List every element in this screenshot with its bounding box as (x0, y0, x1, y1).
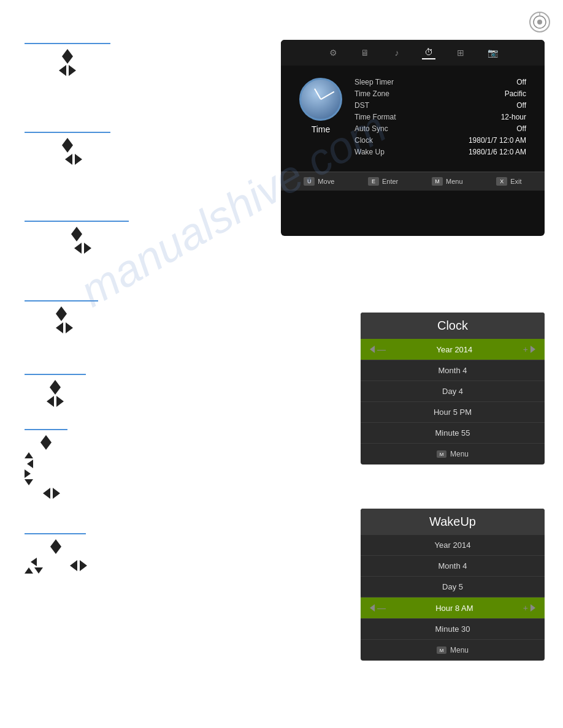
menu-key: Auto Sync (354, 124, 388, 133)
arrow-right-icon[interactable] (56, 396, 64, 407)
arrow-right-icon[interactable] (69, 65, 76, 76)
menu-val: Off (516, 124, 526, 133)
menu-btn-label: Menu (446, 178, 463, 185)
arrow-left-icon[interactable] (56, 322, 63, 333)
hour-plus[interactable]: + (523, 603, 528, 613)
menu-row-timeformat: Time Format 12-hour (354, 113, 526, 121)
nav-section-4 (25, 300, 98, 336)
arrow-group-5 (25, 380, 86, 407)
monitor-icon: 🖥 (358, 46, 372, 59)
tv-topbar: ⚙ 🖥 ♪ ⏱ ⊞ 📷 (281, 40, 545, 66)
hour-arrow-right-icon[interactable] (530, 604, 535, 612)
arrow-left-icon[interactable] (31, 558, 37, 566)
arrow-group-6 (25, 435, 67, 499)
nav-section-5 (25, 374, 86, 409)
arrow-down-icon[interactable] (50, 547, 61, 554)
clock-hour-label: Hour 5 PM (370, 408, 535, 417)
arrows-tb-7 (25, 567, 43, 574)
arrow-down-icon[interactable] (62, 56, 73, 64)
arrow-down-icon[interactable] (56, 314, 67, 321)
clock-menu-icon: M (437, 450, 446, 458)
nav-divider-4 (25, 300, 98, 301)
exit-btn-icon: X (496, 177, 507, 186)
arrow-up-icon[interactable] (50, 539, 61, 547)
nav-section-7 (25, 533, 87, 574)
arrow-right-icon[interactable] (84, 243, 91, 254)
nav-divider-7 (25, 533, 86, 534)
menu-val: 12-hour (501, 113, 526, 121)
wakeup-menu-label: Menu (450, 646, 469, 654)
arrow-up-icon[interactable] (25, 567, 33, 574)
arrow-up-icon[interactable] (40, 435, 52, 442)
nav-divider-3 (25, 221, 129, 222)
wakeup-menu-icon: M (437, 646, 446, 654)
year-minus[interactable]: — (377, 344, 386, 354)
wakeup-row-hour[interactable]: — Hour 8 AM + (361, 597, 545, 619)
arrow-left-icon[interactable] (65, 154, 72, 165)
tv-content: Time Sleep Timer Off Time Zone Pacific D… (281, 66, 545, 172)
arrows-lr-7 (70, 560, 87, 571)
menu-key: Wake Up (354, 148, 385, 156)
wakeup-row-day: Day 5 (361, 577, 545, 597)
arrow-left-icon[interactable] (70, 560, 77, 571)
exit-btn-label: Exit (510, 178, 521, 185)
clock-row-year[interactable]: — Year 2014 + (361, 339, 545, 360)
clock-label: Time (312, 124, 331, 134)
clock-row-month: Month 4 (361, 360, 545, 381)
arrow-right-icon[interactable] (66, 322, 73, 333)
clock-face (299, 78, 342, 121)
nav-section-2 (25, 132, 110, 167)
arrow-down-icon[interactable] (71, 234, 82, 241)
wakeup-bottom: M Menu (361, 640, 545, 661)
arrow-left-icon[interactable] (43, 488, 50, 499)
arrow-down-icon[interactable] (62, 145, 73, 153)
arrow-down-icon[interactable] (25, 479, 33, 485)
wakeup-month-label: Month 4 (370, 561, 535, 571)
menu-val: 1980/1/6 12:0 AM (469, 148, 526, 156)
camera-icon: 📷 (486, 46, 499, 59)
menu-row-sleep: Sleep Timer Off (354, 78, 526, 86)
clock-icon-tab: ⏱ (422, 46, 435, 59)
year-arrow-left-icon[interactable] (370, 346, 375, 353)
clock-menu-label: Menu (450, 450, 469, 458)
arrow-right-icon[interactable] (25, 469, 33, 478)
arrow-left-icon[interactable] (47, 396, 54, 407)
arrow-down-icon[interactable] (40, 442, 52, 450)
nav-divider-2 (25, 132, 110, 133)
arrow-left-icon[interactable] (74, 243, 82, 254)
nav-section-1 (25, 43, 110, 78)
arrow-up-icon[interactable] (71, 227, 82, 234)
year-plus[interactable]: + (523, 344, 528, 354)
arrow-up-icon[interactable] (50, 380, 61, 387)
wakeup-day-label: Day 5 (370, 582, 535, 591)
svg-point-2 (537, 20, 542, 25)
arrows-ud-2 (62, 138, 73, 153)
clock-row-day: Day 4 (361, 381, 545, 402)
menu-val: 1980/1/7 12:0 AM (469, 136, 526, 145)
clock-panel-title: Clock (361, 313, 545, 339)
menu-btn-icon: M (432, 177, 443, 186)
arrow-group-4 (25, 306, 98, 333)
hour-arrow-left-icon[interactable] (370, 604, 375, 612)
arrow-down-icon[interactable] (34, 567, 43, 574)
tv-menu-items: Sleep Timer Off Time Zone Pacific DST Of… (354, 78, 526, 159)
arrow-up-icon[interactable] (62, 138, 73, 145)
arrow-group-2 (25, 138, 110, 165)
arrow-down-icon[interactable] (50, 387, 61, 395)
tv-btn-exit: X Exit (496, 177, 521, 186)
wakeup-row-minute: Minute 30 (361, 619, 545, 640)
arrow-up-icon[interactable] (25, 452, 33, 458)
menu-row-autosync: Auto Sync Off (354, 124, 526, 133)
year-arrow-right-icon[interactable] (530, 346, 535, 353)
settings-icon: ⚙ (326, 46, 340, 59)
arrow-right-icon[interactable] (53, 488, 60, 499)
arrow-up-icon[interactable] (56, 306, 67, 314)
arrow-right-icon[interactable] (75, 154, 82, 165)
arrow-up-icon[interactable] (62, 49, 73, 56)
hour-minus[interactable]: — (377, 603, 386, 613)
arrow-right-icon[interactable] (80, 560, 87, 571)
arrow-left-icon[interactable] (59, 65, 66, 76)
arrow-left-icon[interactable] (25, 460, 33, 468)
enter-btn-icon: E (368, 177, 379, 186)
enter-btn-label: Enter (382, 178, 398, 185)
